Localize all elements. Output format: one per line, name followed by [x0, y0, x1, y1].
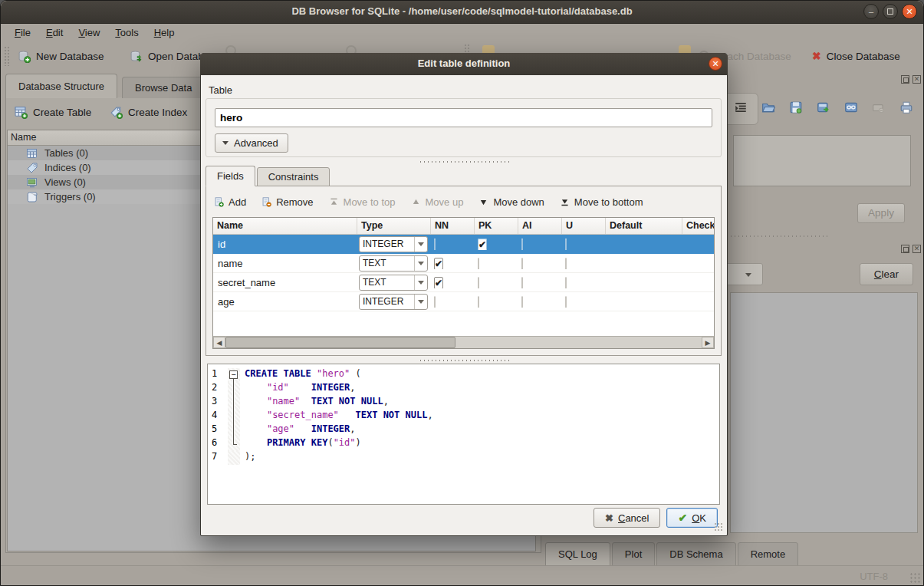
column-header-check[interactable]: Check — [682, 218, 714, 234]
dock-float-icon[interactable] — [901, 75, 909, 84]
line-number: 7 — [208, 451, 228, 465]
bottom-tab-db-schema[interactable]: DB Schema — [656, 542, 735, 566]
resize-grip[interactable] — [909, 572, 920, 583]
column-header-pk[interactable]: PK — [475, 218, 518, 234]
horizontal-scrollbar[interactable]: ◀ ▶ — [213, 336, 714, 348]
menu-file[interactable]: File — [7, 25, 38, 40]
dock-close-icon[interactable]: ✕ — [912, 245, 921, 253]
menu-view[interactable]: View — [71, 25, 107, 40]
menubar: FileEditViewToolsHelp — [1, 24, 923, 41]
scrollbar-thumb[interactable] — [225, 337, 455, 348]
field-name-cell[interactable]: secret_name — [213, 277, 357, 288]
field-row-name[interactable]: nameTEXT✔ — [213, 254, 714, 273]
menu-edit[interactable]: Edit — [38, 25, 71, 40]
dialog-titlebar[interactable]: Edit table definition ✕ — [200, 53, 728, 75]
field-row-secret-name[interactable]: secret_nameTEXT✔ — [213, 273, 714, 292]
cell-editor-toolbar — [734, 100, 913, 114]
field-type-select[interactable]: TEXT — [359, 255, 428, 272]
print-icon[interactable] — [899, 100, 913, 114]
field-pk-checkbox[interactable]: ✔ — [478, 239, 487, 250]
clear-button[interactable]: Clear — [860, 263, 913, 285]
fold-collapse-icon[interactable]: − — [229, 370, 238, 379]
menu-tools[interactable]: Tools — [107, 25, 146, 40]
field-u-checkbox[interactable] — [565, 258, 567, 269]
scroll-left-icon[interactable]: ◀ — [213, 337, 225, 348]
field-nn-checkbox[interactable] — [434, 239, 436, 250]
field-ai-checkbox[interactable] — [521, 296, 523, 308]
sql-code: CREATE TABLE "hero" ( — [240, 368, 361, 382]
field-u-checkbox[interactable] — [565, 239, 567, 250]
field-pk-checkbox[interactable] — [478, 277, 479, 288]
toolbar-drag-handle[interactable] — [4, 46, 9, 66]
dialog-close-icon[interactable]: ✕ — [709, 57, 722, 71]
column-header-name[interactable]: Name — [213, 218, 357, 234]
field-type-select[interactable]: INTEGER — [359, 294, 428, 310]
field-ai-checkbox[interactable] — [521, 258, 523, 269]
create-index-button[interactable]: Create Index — [105, 101, 192, 123]
fold-marker[interactable]: − — [228, 368, 240, 382]
sql-preview[interactable]: 1−CREATE TABLE "hero" (2 "id" INTEGER,3 … — [207, 364, 720, 505]
dock-close-icon[interactable]: ✕ — [912, 75, 921, 84]
field-ai-checkbox[interactable] — [521, 239, 523, 250]
encoding-indicator[interactable]: UTF-8 — [860, 571, 888, 582]
advanced-button[interactable]: Advanced — [215, 133, 288, 153]
dock-splitter[interactable] — [729, 235, 829, 238]
dialog-splitter[interactable] — [419, 359, 511, 362]
field-name-cell[interactable]: age — [213, 296, 357, 308]
bottom-tab-plot[interactable]: Plot — [612, 542, 655, 566]
create-table-button[interactable]: Create Table — [10, 101, 96, 123]
dialog-tab-constraints[interactable]: Constraints — [257, 167, 330, 186]
bottom-tab-remote[interactable]: Remote — [738, 542, 799, 566]
field-u-checkbox[interactable] — [565, 296, 567, 308]
minimize-button[interactable]: – — [863, 4, 879, 19]
field-u-checkbox[interactable] — [565, 277, 567, 288]
dock-float-icon[interactable] — [901, 245, 909, 253]
button-label: Move to top — [344, 196, 396, 208]
open-file-icon[interactable] — [761, 100, 775, 114]
add-icon — [214, 197, 224, 207]
indent-icon[interactable] — [734, 100, 748, 114]
link-icon[interactable] — [844, 100, 858, 114]
field-nn-checkbox[interactable]: ✔ — [434, 258, 443, 269]
ok-button[interactable]: ✔ OK — [666, 508, 718, 528]
field-row-id[interactable]: idINTEGER✔ — [213, 235, 714, 254]
cancel-button[interactable]: ✖ Cancel — [594, 508, 660, 528]
move-to-bottom-button[interactable]: Move to bottom — [560, 196, 643, 208]
column-header-u[interactable]: U — [562, 218, 606, 234]
column-header-nn[interactable]: NN — [431, 218, 475, 234]
tab-database-structure[interactable]: Database Structure — [5, 74, 117, 98]
cell-editor-textarea[interactable] — [733, 135, 911, 186]
field-name-cell[interactable]: name — [213, 258, 357, 269]
field-row-age[interactable]: ageINTEGER — [213, 292, 714, 311]
bottom-tab-sql-log[interactable]: SQL Log — [545, 542, 610, 566]
dialog-splitter[interactable] — [419, 160, 511, 163]
add-button[interactable]: Add — [214, 196, 246, 208]
dialog-tab-fields[interactable]: Fields — [206, 166, 255, 186]
column-header-ai[interactable]: AI — [518, 218, 562, 234]
sql-log-output[interactable] — [730, 292, 918, 533]
field-nn-checkbox[interactable]: ✔ — [434, 277, 443, 288]
field-type-select[interactable]: TEXT — [359, 275, 428, 291]
window-titlebar[interactable]: DB Browser for SQLite - /home/user/code/… — [1, 1, 923, 24]
new-database-button[interactable]: New Database — [12, 44, 110, 67]
tab-browse-data[interactable]: Browse Data — [122, 77, 205, 98]
close-database-button[interactable]: ✖ Close Database — [806, 44, 906, 67]
field-pk-checkbox[interactable] — [478, 296, 479, 308]
field-name-cell[interactable]: id — [213, 239, 357, 250]
menu-help[interactable]: Help — [146, 25, 182, 40]
maximize-button[interactable] — [883, 4, 898, 19]
field-nn-checkbox[interactable] — [434, 296, 436, 308]
save-file-icon[interactable] — [789, 100, 803, 114]
export-icon[interactable] — [817, 100, 830, 114]
dialog-resize-grip[interactable] — [714, 522, 724, 532]
field-ai-checkbox[interactable] — [521, 277, 523, 288]
field-pk-checkbox[interactable] — [478, 258, 479, 269]
move-down-button[interactable]: Move down — [478, 196, 544, 208]
close-button[interactable]: ✕ — [902, 4, 917, 19]
remove-button[interactable]: Remove — [261, 196, 313, 208]
scroll-right-icon[interactable]: ▶ — [702, 337, 714, 348]
table-name-input[interactable] — [215, 108, 712, 127]
column-header-type[interactable]: Type — [357, 218, 431, 234]
column-header-default[interactable]: Default — [606, 218, 682, 234]
field-type-select[interactable]: INTEGER — [359, 236, 428, 252]
